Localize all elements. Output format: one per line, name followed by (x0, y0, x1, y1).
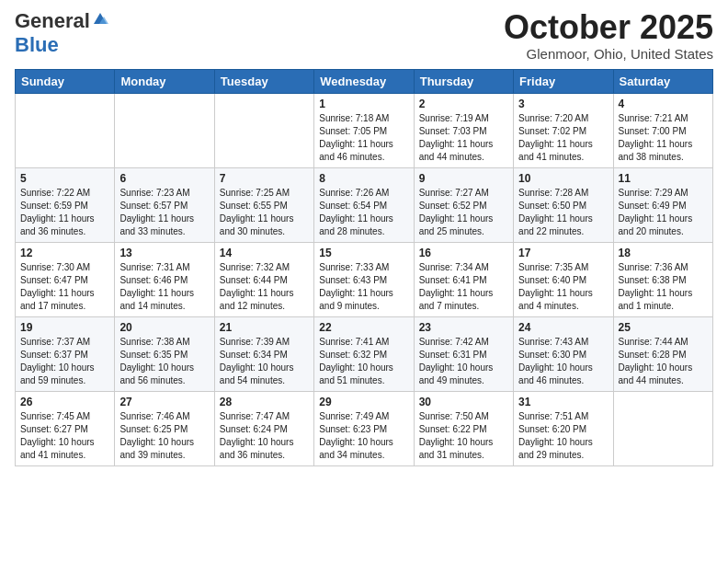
calendar-cell: 14Sunrise: 7:32 AM Sunset: 6:44 PM Dayli… (214, 242, 313, 316)
logo-general-text: General (15, 9, 90, 33)
day-info: Sunrise: 7:26 AM Sunset: 6:54 PM Dayligh… (319, 187, 408, 238)
calendar-cell: 29Sunrise: 7:49 AM Sunset: 6:23 PM Dayli… (314, 391, 414, 465)
day-header-saturday: Saturday (613, 69, 712, 93)
day-info: Sunrise: 7:41 AM Sunset: 6:32 PM Dayligh… (319, 336, 408, 387)
logo-icon (92, 11, 108, 28)
day-info: Sunrise: 7:51 AM Sunset: 6:20 PM Dayligh… (518, 410, 608, 462)
day-info: Sunrise: 7:29 AM Sunset: 6:49 PM Dayligh… (619, 187, 708, 238)
day-info: Sunrise: 7:37 AM Sunset: 6:37 PM Dayligh… (20, 336, 109, 387)
calendar-week-row: 1Sunrise: 7:18 AM Sunset: 7:05 PM Daylig… (16, 93, 713, 167)
calendar-cell: 13Sunrise: 7:31 AM Sunset: 6:46 PM Dayli… (115, 242, 214, 316)
calendar-cell: 5Sunrise: 7:22 AM Sunset: 6:59 PM Daylig… (16, 167, 115, 242)
day-info: Sunrise: 7:42 AM Sunset: 6:31 PM Dayligh… (419, 336, 508, 387)
day-header-tuesday: Tuesday (214, 69, 313, 93)
calendar-cell (16, 93, 115, 167)
calendar-cell: 6Sunrise: 7:23 AM Sunset: 6:57 PM Daylig… (115, 167, 214, 242)
day-info: Sunrise: 7:45 AM Sunset: 6:27 PM Dayligh… (20, 410, 109, 462)
day-number: 4 (619, 98, 708, 110)
calendar-cell: 31Sunrise: 7:51 AM Sunset: 6:20 PM Dayli… (514, 391, 613, 465)
calendar-cell: 18Sunrise: 7:36 AM Sunset: 6:38 PM Dayli… (613, 242, 712, 316)
logo-blue-text: Blue (15, 33, 59, 56)
day-number: 12 (20, 247, 109, 259)
calendar-cell: 19Sunrise: 7:37 AM Sunset: 6:37 PM Dayli… (16, 316, 115, 391)
calendar-cell: 20Sunrise: 7:38 AM Sunset: 6:35 PM Dayli… (115, 316, 214, 391)
day-number: 31 (518, 396, 608, 408)
day-info: Sunrise: 7:25 AM Sunset: 6:55 PM Dayligh… (220, 187, 309, 238)
day-info: Sunrise: 7:23 AM Sunset: 6:57 PM Dayligh… (119, 187, 209, 238)
day-info: Sunrise: 7:50 AM Sunset: 6:22 PM Dayligh… (419, 410, 508, 462)
day-info: Sunrise: 7:30 AM Sunset: 6:47 PM Dayligh… (20, 261, 109, 313)
calendar-header-row: SundayMondayTuesdayWednesdayThursdayFrid… (16, 69, 713, 93)
calendar-cell: 2Sunrise: 7:19 AM Sunset: 7:03 PM Daylig… (414, 93, 513, 167)
calendar-cell (115, 93, 214, 167)
header: General Blue October 2025 Glenmoor, Ohio… (15, 9, 713, 62)
day-info: Sunrise: 7:36 AM Sunset: 6:38 PM Dayligh… (619, 261, 708, 313)
day-info: Sunrise: 7:18 AM Sunset: 7:05 PM Dayligh… (319, 112, 408, 164)
day-info: Sunrise: 7:19 AM Sunset: 7:03 PM Dayligh… (419, 112, 508, 164)
calendar-cell: 21Sunrise: 7:39 AM Sunset: 6:34 PM Dayli… (214, 316, 313, 391)
calendar-week-row: 26Sunrise: 7:45 AM Sunset: 6:27 PM Dayli… (16, 391, 713, 465)
day-number: 15 (319, 247, 408, 259)
calendar-cell (214, 93, 313, 167)
day-info: Sunrise: 7:38 AM Sunset: 6:35 PM Dayligh… (119, 336, 209, 387)
calendar-cell: 11Sunrise: 7:29 AM Sunset: 6:49 PM Dayli… (613, 167, 712, 242)
day-info: Sunrise: 7:33 AM Sunset: 6:43 PM Dayligh… (319, 261, 408, 313)
day-number: 25 (619, 321, 708, 334)
day-number: 2 (419, 98, 508, 110)
month-title: October 2025 (504, 9, 713, 46)
calendar-cell: 28Sunrise: 7:47 AM Sunset: 6:24 PM Dayli… (214, 391, 313, 465)
day-number: 5 (20, 172, 109, 185)
day-number: 29 (319, 396, 408, 408)
day-number: 11 (619, 172, 708, 185)
calendar-cell: 26Sunrise: 7:45 AM Sunset: 6:27 PM Dayli… (16, 391, 115, 465)
day-number: 24 (518, 321, 608, 334)
day-info: Sunrise: 7:21 AM Sunset: 7:00 PM Dayligh… (619, 112, 708, 164)
day-number: 14 (220, 247, 309, 259)
day-header-sunday: Sunday (16, 69, 115, 93)
calendar-cell: 24Sunrise: 7:43 AM Sunset: 6:30 PM Dayli… (514, 316, 613, 391)
calendar-cell: 15Sunrise: 7:33 AM Sunset: 6:43 PM Dayli… (314, 242, 414, 316)
day-number: 23 (419, 321, 508, 334)
day-header-wednesday: Wednesday (314, 69, 414, 93)
calendar-cell: 10Sunrise: 7:28 AM Sunset: 6:50 PM Dayli… (514, 167, 613, 242)
day-info: Sunrise: 7:35 AM Sunset: 6:40 PM Dayligh… (518, 261, 608, 313)
day-number: 20 (119, 321, 209, 334)
day-number: 21 (220, 321, 309, 334)
calendar-cell: 8Sunrise: 7:26 AM Sunset: 6:54 PM Daylig… (314, 167, 414, 242)
day-info: Sunrise: 7:46 AM Sunset: 6:25 PM Dayligh… (119, 410, 209, 462)
day-info: Sunrise: 7:28 AM Sunset: 6:50 PM Dayligh… (518, 187, 608, 238)
day-number: 6 (119, 172, 209, 185)
day-header-friday: Friday (514, 69, 613, 93)
day-number: 9 (419, 172, 508, 185)
calendar-cell: 23Sunrise: 7:42 AM Sunset: 6:31 PM Dayli… (414, 316, 513, 391)
day-number: 26 (20, 396, 109, 408)
day-info: Sunrise: 7:39 AM Sunset: 6:34 PM Dayligh… (220, 336, 309, 387)
day-info: Sunrise: 7:43 AM Sunset: 6:30 PM Dayligh… (518, 336, 608, 387)
day-header-thursday: Thursday (414, 69, 513, 93)
page: General Blue October 2025 Glenmoor, Ohio… (0, 0, 728, 563)
day-number: 8 (319, 172, 408, 185)
calendar-week-row: 12Sunrise: 7:30 AM Sunset: 6:47 PM Dayli… (16, 242, 713, 316)
title-block: October 2025 Glenmoor, Ohio, United Stat… (504, 9, 713, 62)
day-info: Sunrise: 7:31 AM Sunset: 6:46 PM Dayligh… (119, 261, 209, 313)
day-number: 30 (419, 396, 508, 408)
calendar-cell: 12Sunrise: 7:30 AM Sunset: 6:47 PM Dayli… (16, 242, 115, 316)
calendar-cell: 17Sunrise: 7:35 AM Sunset: 6:40 PM Dayli… (514, 242, 613, 316)
day-info: Sunrise: 7:27 AM Sunset: 6:52 PM Dayligh… (419, 187, 508, 238)
day-number: 27 (119, 396, 209, 408)
day-info: Sunrise: 7:44 AM Sunset: 6:28 PM Dayligh… (619, 336, 708, 387)
calendar-cell: 1Sunrise: 7:18 AM Sunset: 7:05 PM Daylig… (314, 93, 414, 167)
day-number: 1 (319, 98, 408, 110)
day-number: 3 (518, 98, 608, 110)
day-number: 28 (220, 396, 309, 408)
calendar-cell: 27Sunrise: 7:46 AM Sunset: 6:25 PM Dayli… (115, 391, 214, 465)
day-number: 17 (518, 247, 608, 259)
calendar-week-row: 19Sunrise: 7:37 AM Sunset: 6:37 PM Dayli… (16, 316, 713, 391)
calendar-cell: 7Sunrise: 7:25 AM Sunset: 6:55 PM Daylig… (214, 167, 313, 242)
calendar-cell: 3Sunrise: 7:20 AM Sunset: 7:02 PM Daylig… (514, 93, 613, 167)
calendar-cell (613, 391, 712, 465)
day-number: 7 (220, 172, 309, 185)
day-number: 10 (518, 172, 608, 185)
day-info: Sunrise: 7:22 AM Sunset: 6:59 PM Dayligh… (20, 187, 109, 238)
day-number: 18 (619, 247, 708, 259)
